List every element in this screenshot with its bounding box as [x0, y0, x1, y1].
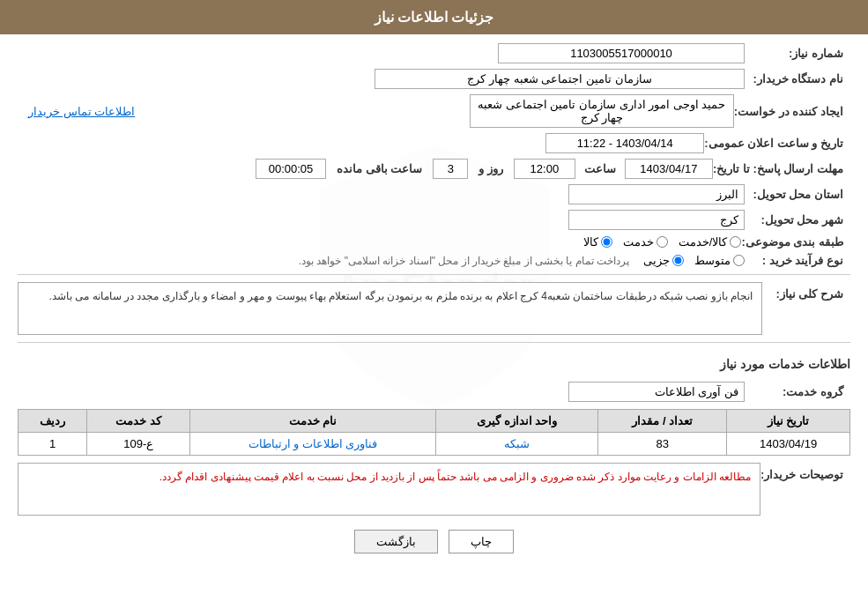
city-value: کرج [568, 210, 745, 230]
category-radio-group: کالا/خدمت خدمت کالا [583, 235, 742, 249]
buyer-org-row: نام دستگاه خریدار: سازمان تامین اجتماعی … [18, 69, 850, 89]
cell-row-num: 1 [19, 433, 87, 456]
cell-quantity: 83 [598, 433, 727, 456]
buyer-note-section: توصیحات خریدار: مطالعه الزامات و رعایت م… [18, 463, 850, 516]
back-button[interactable]: بازگشت [354, 530, 438, 553]
buyer-org-value: سازمان تامین اجتماعی شعبه چهار کرج [375, 69, 745, 89]
process-motavasset-item: متوسط [694, 254, 745, 267]
city-row: شهر محل تحویل: کرج [18, 210, 850, 230]
cell-service-code: ع-109 [87, 433, 190, 456]
contact-link[interactable]: اطلاعات تماس خریدار [28, 105, 135, 118]
need-number-row: شماره نیاز: 1103005517000010 [18, 43, 850, 63]
creator-row: ایجاد کننده در خواست: حمید اوجی امور ادا… [18, 94, 850, 128]
response-remaining: 00:00:05 [256, 159, 326, 179]
city-label: شهر محل تحویل: [745, 213, 850, 227]
process-motavasset-label: متوسط [694, 254, 731, 267]
process-jazii-item: جزیی [643, 254, 684, 267]
category-kala-label: کالا [583, 235, 598, 249]
province-row: استان محل تحویل: البرز [18, 184, 850, 204]
response-days: 3 [433, 159, 468, 179]
services-title-row: اطلاعات خدمات مورد نیاز [18, 350, 850, 376]
process-row: نوع فرآیند خرید : متوسط جزیی پرداخت تمام… [18, 254, 850, 267]
process-jazii-radio[interactable] [672, 255, 684, 266]
response-time: 12:00 [514, 159, 575, 179]
col-service-code: کد خدمت [87, 410, 190, 433]
announce-date-row: تاریخ و ساعت اعلان عمومی: 1403/04/14 - 1… [18, 133, 850, 153]
process-motavasset-radio[interactable] [733, 255, 745, 266]
service-group-label: گروه خدمت: [745, 385, 850, 398]
col-service-name: نام خدمت [190, 410, 436, 433]
response-days-label: روز و [475, 162, 507, 175]
need-number-label: شماره نیاز: [745, 47, 850, 60]
process-radio-group: متوسط جزیی [643, 254, 745, 267]
service-group-value: فن آوری اطلاعات [568, 382, 745, 402]
need-number-value: 1103005517000010 [498, 43, 745, 63]
buyer-org-label: نام دستگاه خریدار: [745, 72, 850, 85]
creator-label: ایجاد کننده در خواست: [734, 105, 850, 118]
process-label: نوع فرآیند خرید : [745, 254, 850, 267]
process-note: پرداخت تمام یا بخشی از مبلغ خریدار از مح… [299, 255, 629, 267]
response-deadline-label: مهلت ارسال پاسخ: تا تاریخ: [713, 162, 850, 175]
page-header: جزئیات اطلاعات نیاز [0, 0, 868, 34]
description-label: شرح کلی نیاز: [762, 282, 850, 301]
category-kala-khadamat-radio[interactable] [730, 236, 741, 248]
table-row: 1403/04/19 83 شبکه فناوری اطلاعات و ارتب… [19, 433, 850, 456]
service-group-row: گروه خدمت: فن آوری اطلاعات [18, 382, 850, 402]
creator-value: حمید اوجی امور اداری سازمان تامین اجتماع… [470, 94, 734, 128]
province-value: البرز [568, 184, 745, 204]
category-khadamat-item: خدمت [623, 235, 668, 249]
category-kala-item: کالا [583, 235, 612, 249]
col-quantity: تعداد / مقدار [598, 410, 727, 433]
buyer-note-value: مطالعه الزامات و رعایت موارد ذکر شده ضرو… [18, 463, 760, 516]
category-khadamat-radio[interactable] [657, 236, 668, 248]
category-kala-radio[interactable] [601, 236, 612, 248]
cell-date: 1403/04/19 [727, 433, 850, 456]
description-section: شرح کلی نیاز: انجام بازو نصب شبکه درطبقا… [18, 282, 850, 335]
category-label: طبقه بندی موضوعی: [741, 235, 850, 249]
cell-unit[interactable]: شبکه [435, 433, 597, 456]
response-time-label: ساعت [581, 162, 619, 175]
category-kala-khadamat-item: کالا/خدمت [679, 235, 742, 249]
category-khadamat-label: خدمت [623, 235, 654, 249]
col-date: تاریخ نیاز [727, 410, 850, 433]
category-row: طبقه بندی موضوعی: کالا/خدمت خدمت کالا [18, 235, 850, 249]
province-label: استان محل تحویل: [745, 188, 850, 201]
cell-service-name: فناوری اطلاعات و ارتباطات [190, 433, 436, 456]
process-jazii-label: جزیی [643, 254, 670, 267]
print-button[interactable]: چاپ [449, 530, 514, 553]
divider-2 [18, 342, 850, 343]
table-header-row: تاریخ نیاز تعداد / مقدار واحد اندازه گیر… [19, 410, 850, 433]
services-table: تاریخ نیاز تعداد / مقدار واحد اندازه گیر… [18, 409, 850, 456]
services-title: اطلاعات خدمات مورد نیاز [720, 357, 850, 371]
response-remaining-label: ساعت باقی مانده [333, 162, 426, 175]
response-deadline-row: مهلت ارسال پاسخ: تا تاریخ: 1403/04/17 سا… [18, 159, 850, 179]
page-title: جزئیات اطلاعات نیاز [375, 10, 494, 25]
col-unit: واحد اندازه گیری [435, 410, 597, 433]
buttons-row: چاپ بازگشت [18, 530, 850, 553]
response-date: 1403/04/17 [625, 159, 713, 179]
col-row-num: ردیف [19, 410, 87, 433]
announce-date-value: 1403/04/14 - 11:22 [545, 133, 704, 153]
description-value: انجام بازو نصب شبکه درطبقات ساختمان شعبه… [18, 282, 762, 335]
category-kala-khadamat-label: کالا/خدمت [679, 235, 728, 249]
announce-date-label: تاریخ و ساعت اعلان عمومی: [704, 137, 850, 150]
divider-1 [18, 274, 850, 275]
buyer-note-label: توصیحات خریدار: [760, 463, 850, 481]
